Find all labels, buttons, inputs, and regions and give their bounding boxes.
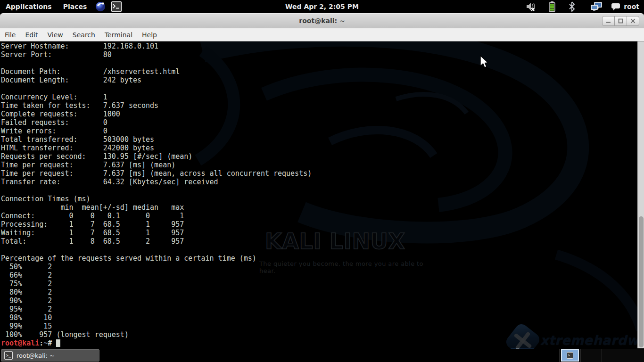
prompt-path: ~	[43, 339, 48, 347]
workspace-active-window: >_	[561, 349, 579, 362]
terminal-scrollbar[interactable]	[637, 41, 644, 348]
menu-file[interactable]: File	[0, 28, 20, 41]
applications-menu[interactable]: Applications	[0, 0, 58, 13]
network-icon[interactable]	[590, 0, 604, 13]
menu-view[interactable]: View	[43, 28, 68, 41]
workspace-cell-1[interactable]: >_	[559, 349, 580, 362]
desktop: KALI LINUX The quieter you become, the m…	[0, 0, 644, 362]
user-menu[interactable]: root	[624, 3, 641, 10]
scrollbar-thumb[interactable]	[639, 216, 644, 347]
menu-edit[interactable]: Edit	[20, 28, 42, 41]
terminal-launcher-icon[interactable]	[110, 0, 123, 13]
shell-prompt: root@kali:~#	[0, 339, 644, 347]
battery-icon[interactable]	[548, 0, 556, 13]
window-title: root@kali: ~	[299, 17, 345, 25]
window-titlebar[interactable]: root@kali: ~	[0, 13, 644, 28]
terminal-menubar: File Edit View Search Terminal Help	[0, 28, 644, 41]
minimize-button[interactable]	[602, 16, 615, 26]
menu-terminal[interactable]: Terminal	[100, 28, 137, 41]
places-menu[interactable]: Places	[58, 0, 93, 13]
terminal-icon: >_	[4, 351, 13, 360]
taskbar-window-label: root@kali: ~	[17, 352, 55, 359]
chat-icon[interactable]	[611, 0, 621, 13]
taskbar-window-button[interactable]: >_ root@kali: ~	[1, 349, 99, 362]
close-button[interactable]	[627, 16, 639, 26]
terminal-screen[interactable]: Server Hostname: 192.168.0.101 Server Po…	[0, 41, 644, 348]
bottom-panel: >_ root@kali: ~ >_	[0, 349, 644, 362]
terminal-output: Server Hostname: 192.168.0.101 Server Po…	[0, 41, 644, 339]
bluetooth-icon[interactable]	[568, 0, 576, 13]
top-panel: Applications Places Wed Apr 2, 2:05 PM	[0, 0, 644, 13]
workspace-cell-4[interactable]	[623, 349, 644, 362]
menu-help[interactable]: Help	[137, 28, 162, 41]
maximize-button[interactable]	[614, 16, 627, 26]
terminal-window: root@kali: ~ File Edit View Search Termi…	[0, 13, 644, 349]
workspace-cell-3[interactable]	[602, 349, 623, 362]
menu-search[interactable]: Search	[68, 28, 100, 41]
terminal-icon: >_	[567, 352, 573, 359]
volume-muted-icon[interactable]	[526, 0, 538, 13]
prompt-user-host: root@kali	[1, 339, 39, 347]
iceweasel-icon[interactable]	[94, 0, 107, 13]
workspace-switcher: >_	[559, 349, 644, 362]
terminal-cursor	[56, 339, 60, 347]
workspace-cell-2[interactable]	[580, 349, 602, 362]
